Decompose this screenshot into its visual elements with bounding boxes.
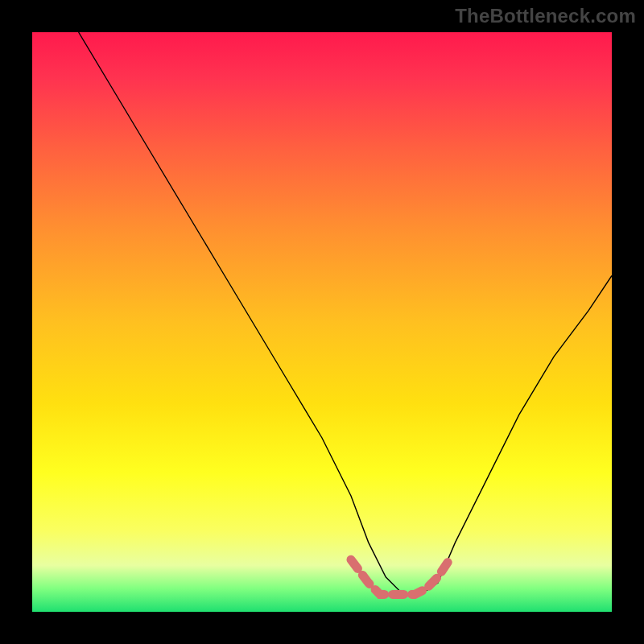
bottleneck-curve-path [79,32,612,594]
chart-frame: TheBottleneck.com [0,0,644,644]
watermark-text: TheBottleneck.com [455,5,636,27]
confidence-band-path [351,559,449,594]
chart-svg [32,32,612,612]
plot-area [32,32,612,612]
